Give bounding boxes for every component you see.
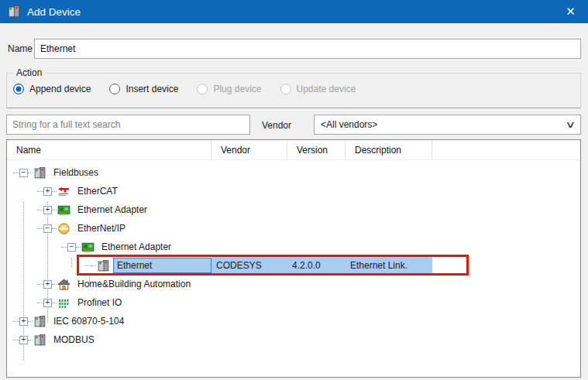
tree-expander-icon[interactable] xyxy=(43,224,52,233)
tree-row-modbus[interactable]: MODBUS xyxy=(7,330,580,349)
tree-expander-icon[interactable] xyxy=(43,280,52,289)
vendor-dropdown[interactable]: <All vendors> xyxy=(314,115,581,135)
radio-plug-device: Plug device xyxy=(197,84,261,94)
column-header-description[interactable]: Description xyxy=(346,140,432,159)
tree-item-label: Profinet IO xyxy=(74,295,211,310)
action-groupbox: Action Append device Insert device Plug … xyxy=(6,73,581,108)
profinet-icon xyxy=(57,296,70,310)
tree-item-label: MODBUS xyxy=(50,332,211,347)
adapter-icon xyxy=(57,204,70,217)
window-title: Add Device xyxy=(27,6,81,18)
device-icon xyxy=(97,259,110,272)
tree-item-label: Home&Building Automation xyxy=(74,276,211,292)
name-label: Name xyxy=(8,43,33,54)
device-tree-panel: Name Vendor Version Description Fieldbus… xyxy=(6,139,581,378)
action-group-label: Action xyxy=(13,67,45,78)
radio-icon[interactable] xyxy=(109,84,120,94)
tree-item-label: EtherNet/IP xyxy=(74,221,211,236)
radio-append-device[interactable]: Append device xyxy=(13,84,91,94)
tree-rows: Fieldbuses EtherCAT Ethernet Adapter Eth… xyxy=(7,160,580,349)
tree-row-ethernet-adapter[interactable]: Ethernet Adapter xyxy=(7,200,580,219)
chevron-down-icon[interactable] xyxy=(566,119,576,130)
close-icon[interactable]: ✕ xyxy=(553,0,588,23)
tree-row-ethernet-ip[interactable]: EtherNet/IP xyxy=(7,219,580,238)
radio-insert-device[interactable]: Insert device xyxy=(109,84,178,94)
tree-row-fieldbuses[interactable]: Fieldbuses xyxy=(7,163,580,182)
title-bar: Add Device ✕ xyxy=(0,0,588,23)
tree-row-profinet-io[interactable]: Profinet IO xyxy=(7,293,580,312)
tree-expander-icon[interactable] xyxy=(43,206,52,214)
ethercat-icon xyxy=(57,185,70,198)
tree-expander-icon[interactable] xyxy=(43,187,52,196)
tree-expander-icon[interactable] xyxy=(19,169,28,177)
tree-item-label: Ethernet xyxy=(113,258,211,273)
radio-icon xyxy=(280,84,291,94)
device-icon xyxy=(33,315,46,328)
vendor-dropdown-value: <All vendors> xyxy=(321,119,377,130)
device-icon xyxy=(33,334,46,347)
tree-expander-icon[interactable] xyxy=(19,336,28,344)
full-text-search-input[interactable] xyxy=(6,115,250,135)
radio-icon[interactable] xyxy=(13,84,24,94)
tree-item-label: IEC 60870-5-104 xyxy=(50,313,211,329)
column-header-name[interactable]: Name xyxy=(7,140,211,159)
adapter-icon xyxy=(81,241,95,254)
ethernetip-icon xyxy=(57,222,70,235)
device-icon xyxy=(33,166,46,180)
tree-row-ethernet-adapter-child[interactable]: Ethernet Adapter xyxy=(7,238,580,256)
tree-row-ethercat[interactable]: EtherCAT xyxy=(7,182,580,200)
column-header-vendor[interactable]: Vendor xyxy=(211,140,287,159)
device-name-input[interactable] xyxy=(34,39,581,59)
column-header-version[interactable]: Version xyxy=(287,140,346,159)
tree-item-label: Ethernet Adapter xyxy=(74,202,211,217)
tree-guide-line xyxy=(89,276,90,286)
tree-row-iec-60870[interactable]: IEC 60870-5-104 xyxy=(7,312,580,330)
tree-expander-icon[interactable] xyxy=(19,317,28,326)
column-header-filler xyxy=(432,140,580,159)
tree-expander-icon[interactable] xyxy=(43,299,52,307)
table-header: Name Vendor Version Description xyxy=(7,140,580,160)
radio-update-device: Update device xyxy=(280,84,356,94)
tree-item-label: Fieldbuses xyxy=(50,165,211,180)
tree-item-label: EtherCAT xyxy=(74,183,211,199)
add-device-icon xyxy=(7,5,21,19)
tree-item-label: Ethernet Adapter xyxy=(98,239,211,255)
home-icon xyxy=(57,278,70,291)
vendor-label: Vendor xyxy=(262,120,291,131)
tree-guide-line xyxy=(71,258,72,267)
tree-row-ethernet-selected[interactable]: Ethernet CODESYS 4.2.0.0 Ethernet Link. xyxy=(7,256,580,275)
tree-expander-icon[interactable] xyxy=(67,243,76,252)
radio-icon xyxy=(197,84,208,94)
tree-row-home-building-automation[interactable]: Home&Building Automation xyxy=(7,275,580,293)
